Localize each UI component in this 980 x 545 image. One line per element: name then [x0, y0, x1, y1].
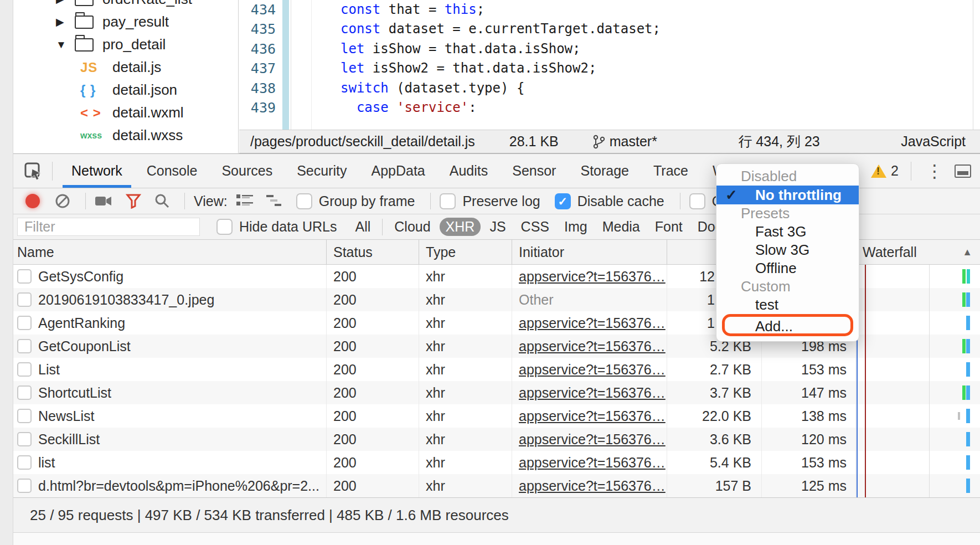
initiator-link[interactable]: appservice?t=156376…	[519, 269, 666, 285]
search-icon[interactable]	[154, 193, 170, 209]
column-header-Waterfall[interactable]: Waterfall▲	[855, 240, 980, 264]
hide-data-urls-checkbox[interactable]	[216, 219, 233, 235]
tab-audits[interactable]: Audits	[437, 154, 500, 188]
table-row[interactable]: list200xhrappservice?t=156376…5.4 KB153 …	[13, 451, 980, 474]
initiator-link[interactable]: appservice?t=156376…	[519, 431, 666, 448]
menu-item-add[interactable]: Add...	[716, 314, 859, 338]
column-header-Status[interactable]: Status	[326, 240, 419, 264]
waterfall-view-icon[interactable]	[266, 194, 283, 208]
menu-item-fast-3g[interactable]: Fast 3G	[716, 223, 859, 241]
row-checkbox[interactable]	[17, 385, 32, 400]
filter-chip-js[interactable]: JS	[483, 218, 512, 236]
toggle-group-by-frame[interactable]: Group by frame	[296, 193, 415, 209]
file-size: 28.1 KB	[509, 133, 559, 150]
column-header-Initiator[interactable]: Initiator	[512, 240, 667, 264]
table-row[interactable]: NewsList200xhrappservice?t=156376…22.0 K…	[13, 404, 980, 428]
row-checkbox[interactable]	[17, 269, 32, 284]
table-row[interactable]: List200xhrappservice?t=156376…2.7 KB153 …	[13, 358, 980, 381]
menu-item-test[interactable]: test	[716, 296, 859, 314]
clear-icon[interactable]	[54, 193, 71, 209]
editor-scrollbar[interactable]	[973, 0, 973, 130]
tree-item-orderRate_list[interactable]: ▶orderRate_list	[14, 0, 238, 11]
menu-section-presets: Presets	[716, 204, 859, 223]
tree-item-detail.js[interactable]: JSdetail.js	[14, 56, 238, 79]
more-options-icon[interactable]: ⋮	[926, 162, 943, 180]
filter-chip-all[interactable]: All	[349, 218, 376, 236]
tab-trace[interactable]: Trace	[641, 154, 700, 188]
row-checkbox[interactable]	[17, 339, 32, 353]
type-cell: xhr	[419, 311, 512, 335]
hide-data-urls[interactable]: Hide data URLs	[216, 219, 337, 235]
filter-funnel-icon[interactable]	[126, 193, 141, 209]
row-checkbox[interactable]	[17, 432, 32, 446]
tree-item-detail.wxss[interactable]: wxssdetail.wxss	[14, 124, 238, 147]
record-button[interactable]	[25, 194, 40, 208]
git-branch[interactable]: master*	[593, 133, 657, 150]
list-view-icon[interactable]	[236, 194, 253, 208]
tab-security[interactable]: Security	[285, 154, 359, 188]
checkbox[interactable]	[440, 193, 456, 209]
column-header-Type[interactable]: Type	[419, 240, 512, 264]
dock-side-icon[interactable]	[955, 164, 971, 178]
initiator-link[interactable]: appservice?t=156376…	[519, 362, 666, 378]
tree-item-detail.json[interactable]: { }detail.json	[14, 79, 238, 101]
tab-appdata[interactable]: AppData	[359, 154, 437, 188]
table-row[interactable]: d.html?br=devtools&pm=iPhone%206&pr=2...…	[13, 474, 980, 497]
filter-chip-cloud[interactable]: Cloud	[388, 218, 436, 236]
code-token: :	[468, 100, 476, 115]
checkbox[interactable]	[296, 193, 312, 209]
status-cell: 200	[326, 288, 419, 311]
tree-item-detail.wxml[interactable]: < >detail.wxml	[14, 101, 238, 124]
toggle-disable-cache[interactable]: ✓Disable cache	[555, 193, 664, 209]
disclosure-caret[interactable]: ▶	[56, 0, 75, 6]
row-checkbox[interactable]	[17, 455, 32, 470]
request-name: 20190619103833417_0.jpeg	[38, 292, 214, 308]
menu-item-offline[interactable]: Offline	[716, 259, 859, 277]
inspect-element-icon[interactable]	[21, 159, 45, 183]
request-name: List	[38, 362, 60, 378]
filter-chip-media[interactable]: Media	[596, 218, 646, 236]
initiator-link[interactable]: appservice?t=156376…	[519, 315, 666, 331]
sort-ascending-icon[interactable]: ▲	[962, 246, 972, 258]
code-editor[interactable]: 434const that = this;435const dataset = …	[239, 0, 980, 130]
tab-storage[interactable]: Storage	[568, 154, 641, 188]
row-checkbox[interactable]	[17, 362, 32, 377]
language-mode[interactable]: JavaScript	[901, 133, 966, 150]
tree-item-pay_result[interactable]: ▶pay_result	[14, 11, 238, 33]
tab-console[interactable]: Console	[135, 154, 210, 188]
table-row[interactable]: SeckillList200xhrappservice?t=156376…3.6…	[13, 428, 980, 451]
checkbox[interactable]	[689, 193, 705, 209]
row-checkbox[interactable]	[17, 316, 32, 330]
row-checkbox[interactable]	[17, 409, 32, 423]
column-header-Name[interactable]: Name	[13, 240, 326, 264]
waterfall-bar-green	[962, 292, 966, 307]
tab-network[interactable]: Network	[59, 154, 135, 188]
tree-item-pro_detail[interactable]: ▼pro_detail	[14, 33, 238, 56]
menu-item-slow-3g[interactable]: Slow 3G	[716, 241, 859, 259]
initiator-link[interactable]: appservice?t=156376…	[519, 408, 666, 424]
initiator-cell: Other	[512, 288, 667, 311]
filter-chip-font[interactable]: Font	[649, 218, 689, 236]
checkbox[interactable]: ✓	[555, 193, 571, 209]
toggle-preserve-log[interactable]: Preserve log	[440, 193, 540, 209]
filter-chip-img[interactable]: Img	[558, 218, 594, 236]
disclosure-caret[interactable]: ▶	[56, 16, 75, 28]
row-checkbox[interactable]	[17, 479, 32, 493]
disclosure-caret[interactable]: ▼	[56, 39, 75, 51]
filter-input[interactable]	[17, 218, 200, 236]
menu-item-no-throttling[interactable]: ✓No throttling	[716, 186, 859, 204]
file-tree: ▶orderRate_list▶pay_result▼pro_detailJSd…	[14, 0, 238, 147]
screenshot-camera-icon[interactable]	[95, 194, 112, 208]
filter-chip-xhr[interactable]: XHR	[440, 218, 481, 236]
filter-chip-css[interactable]: CSS	[515, 218, 555, 236]
initiator-link[interactable]: appservice?t=156376…	[519, 455, 666, 471]
table-row[interactable]: ShortcutList200xhrappservice?t=156376…3.…	[13, 381, 980, 404]
tab-sensor[interactable]: Sensor	[500, 154, 568, 188]
row-checkbox[interactable]	[17, 292, 32, 307]
initiator-link[interactable]: appservice?t=156376…	[519, 338, 666, 354]
tab-sources[interactable]: Sources	[209, 154, 285, 188]
initiator-link[interactable]: appservice?t=156376…	[519, 478, 666, 494]
size-cell: 157 B	[667, 474, 761, 497]
initiator-link[interactable]: appservice?t=156376…	[519, 385, 666, 401]
warning-counter[interactable]: 2	[871, 163, 899, 179]
